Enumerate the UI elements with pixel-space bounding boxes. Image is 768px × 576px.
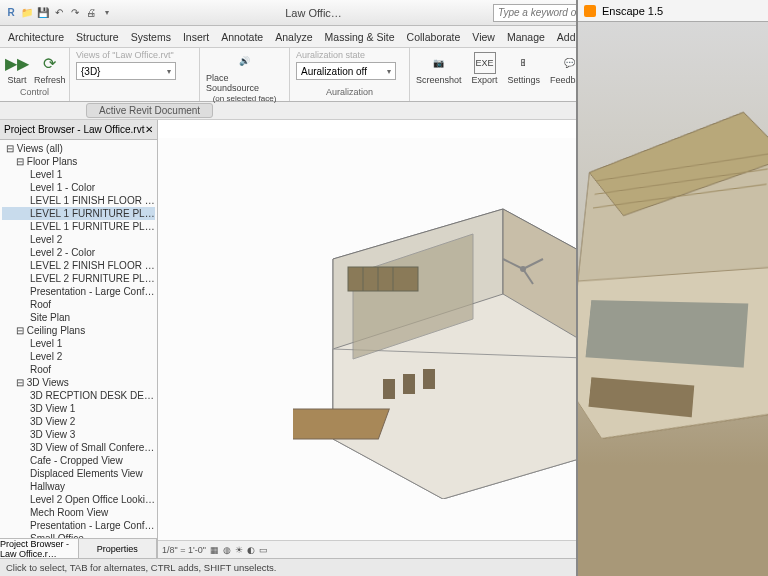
tree-item[interactable]: Level 2 Open Office Looking W xyxy=(2,493,155,506)
tree-item[interactable]: Cafe - Cropped View xyxy=(2,454,155,467)
status-hint: Click to select, TAB for alternates, CTR… xyxy=(6,562,277,573)
export-button[interactable]: EXEExport xyxy=(472,52,498,85)
tab-project-browser[interactable]: Project Browser - Law Office.r… xyxy=(0,539,79,558)
svg-rect-24 xyxy=(585,300,748,368)
quick-access-toolbar: R 📁 💾 ↶ ↷ 🖨 ▾ xyxy=(4,6,114,20)
views-label: Views of "Law Office.rvt" xyxy=(76,50,174,60)
ribbon-group-sound: 🔊 Place Soundsource (on selected face) xyxy=(200,48,290,101)
refresh-icon: ⟳ xyxy=(39,52,61,74)
menu-analyze[interactable]: Analyze xyxy=(275,31,312,43)
tree-item[interactable]: Mech Room View xyxy=(2,506,155,519)
tree-item[interactable]: Presentation - Large Conferenc xyxy=(2,285,155,298)
app-menu-icon[interactable]: R xyxy=(4,6,18,20)
svg-rect-9 xyxy=(423,369,435,389)
export-icon: EXE xyxy=(474,52,496,74)
svg-rect-7 xyxy=(383,379,395,399)
menu-structure[interactable]: Structure xyxy=(76,31,119,43)
print-icon[interactable]: 🖨 xyxy=(84,6,98,20)
sun-path-icon[interactable]: ☀ xyxy=(235,545,243,555)
auralization-dropdown[interactable]: Auralization off▾ xyxy=(296,62,396,80)
settings-button[interactable]: 🎚Settings xyxy=(508,52,541,85)
tree-item[interactable]: ⊟ Ceiling Plans xyxy=(2,324,155,337)
tree-item[interactable]: Level 2 xyxy=(2,233,155,246)
detail-level-icon[interactable]: ▦ xyxy=(210,545,219,555)
tree-item[interactable]: Site Plan xyxy=(2,311,155,324)
tree-item[interactable]: ⊟ Views (all) xyxy=(2,142,155,155)
svg-rect-8 xyxy=(403,374,415,394)
ribbon-group-control: ▶▶ Start ⟳ Refresh Control xyxy=(0,48,70,101)
tree-item[interactable]: 3D View 1 xyxy=(2,402,155,415)
enscape-title-text: Enscape 1.5 xyxy=(602,5,663,17)
open-icon[interactable]: 📁 xyxy=(20,6,34,20)
project-browser-title: Project Browser - Law Office.rvt ✕ xyxy=(0,120,157,140)
tree-item[interactable]: LEVEL 2 FINISH FLOOR PLAN xyxy=(2,259,155,272)
tree-item[interactable]: Level 2 - Color xyxy=(2,246,155,259)
tree-item[interactable]: Roof xyxy=(2,363,155,376)
menu-insert[interactable]: Insert xyxy=(183,31,209,43)
soundsource-icon: 🔊 xyxy=(234,50,256,72)
menu-architecture[interactable]: Architecture xyxy=(8,31,64,43)
enscape-titlebar: Enscape 1.5 xyxy=(578,0,768,22)
svg-rect-6 xyxy=(293,409,389,439)
tree-item[interactable]: Displaced Elements View xyxy=(2,467,155,480)
tree-item[interactable]: Level 2 xyxy=(2,350,155,363)
menu-annotate[interactable]: Annotate xyxy=(221,31,263,43)
tree-item[interactable]: Level 1 - Color xyxy=(2,181,155,194)
tree-item[interactable]: 3D RECPTION DESK DETAIL xyxy=(2,389,155,402)
tree-item[interactable]: Roof xyxy=(2,298,155,311)
tree-item[interactable]: LEVEL 1 FINISH FLOOR PLAN xyxy=(2,194,155,207)
project-browser-panel: Project Browser - Law Office.rvt ✕ ⊟ Vie… xyxy=(0,120,158,558)
undo-icon[interactable]: ↶ xyxy=(52,6,66,20)
shadows-icon[interactable]: ◐ xyxy=(247,545,255,555)
visual-style-icon[interactable]: ◍ xyxy=(223,545,231,555)
tree-item[interactable]: ⊟ Floor Plans xyxy=(2,155,155,168)
tree-item[interactable]: Level 1 xyxy=(2,168,155,181)
rendered-building xyxy=(578,96,768,461)
menu-massing[interactable]: Massing & Site xyxy=(325,31,395,43)
menu-systems[interactable]: Systems xyxy=(131,31,171,43)
refresh-button[interactable]: ⟳ Refresh xyxy=(34,52,66,85)
menu-view[interactable]: View xyxy=(472,31,495,43)
menu-collaborate[interactable]: Collaborate xyxy=(407,31,461,43)
crop-icon[interactable]: ▭ xyxy=(259,545,268,555)
start-icon: ▶▶ xyxy=(6,52,28,74)
tree-item[interactable]: LEVEL 2 FURNITURE PLAN xyxy=(2,272,155,285)
tree-item[interactable]: Hallway xyxy=(2,480,155,493)
tree-item[interactable]: Level 1 xyxy=(2,337,155,350)
start-button[interactable]: ▶▶ Start xyxy=(6,52,28,85)
save-icon[interactable]: 💾 xyxy=(36,6,50,20)
sliders-icon: 🎚 xyxy=(513,52,535,74)
tree-item[interactable]: LEVEL 1 FURNITURE PLAN xyxy=(2,207,155,220)
redo-icon[interactable]: ↷ xyxy=(68,6,82,20)
project-browser-tree[interactable]: ⊟ Views (all)⊟ Floor PlansLevel 1Level 1… xyxy=(0,140,157,538)
document-title: Law Offic… xyxy=(134,7,493,19)
enscape-window: Enscape 1.5 xyxy=(576,0,768,576)
tree-item[interactable]: 3D View 2 xyxy=(2,415,155,428)
tree-item[interactable]: 3D View of Small Conference R xyxy=(2,441,155,454)
active-doc-button[interactable]: Active Revit Document xyxy=(86,103,213,118)
enscape-render-viewport[interactable] xyxy=(578,22,768,576)
tree-item[interactable]: LEVEL 1 FURNITURE PLAN - LO xyxy=(2,220,155,233)
screenshot-button[interactable]: 📷Screenshot xyxy=(416,52,462,85)
tree-item[interactable]: Presentation - Large Conferenc xyxy=(2,519,155,532)
camera-icon: 📷 xyxy=(428,52,450,74)
tree-item[interactable]: ⊟ 3D Views xyxy=(2,376,155,389)
views-dropdown[interactable]: {3D}▾ xyxy=(76,62,176,80)
ribbon-group-auralization: Auralization state Auralization off▾ Aur… xyxy=(290,48,410,101)
scale-label[interactable]: 1/8" = 1'-0" xyxy=(162,545,206,555)
sidebar-tabs: Project Browser - Law Office.r… Properti… xyxy=(0,538,157,558)
place-soundsource-button: 🔊 Place Soundsource (on selected face) xyxy=(206,50,283,103)
tree-item[interactable]: 3D View 3 xyxy=(2,428,155,441)
enscape-logo-icon xyxy=(584,5,596,17)
aural-label: Auralization state xyxy=(296,50,365,60)
ribbon-group-views: Views of "Law Office.rvt" {3D}▾ xyxy=(70,48,200,101)
panel-close-icon[interactable]: ✕ xyxy=(145,124,153,135)
svg-rect-10 xyxy=(348,267,418,291)
qat-dropdown-icon[interactable]: ▾ xyxy=(100,6,114,20)
tab-properties[interactable]: Properties xyxy=(79,539,158,558)
menu-manage[interactable]: Manage xyxy=(507,31,545,43)
